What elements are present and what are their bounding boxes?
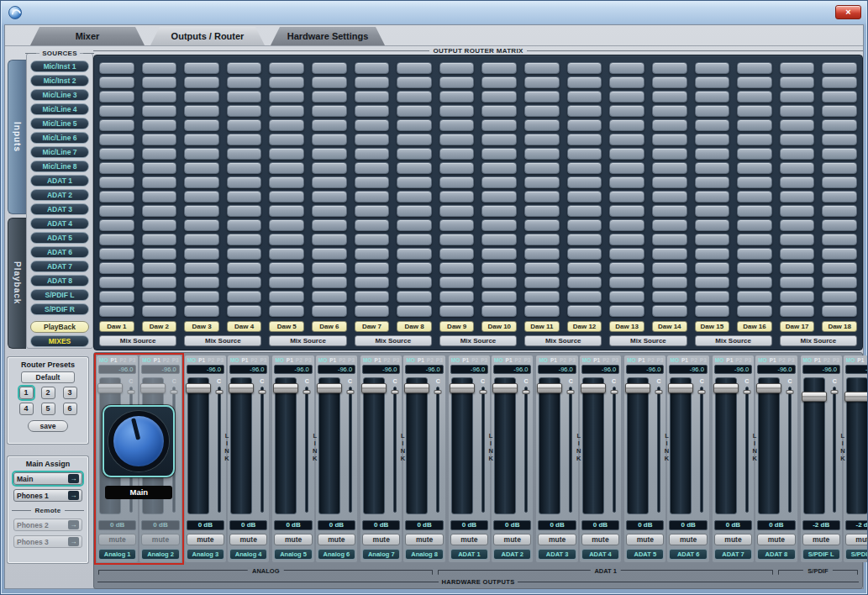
- pan-handle[interactable]: [743, 390, 750, 394]
- preset-slot-4[interactable]: 4: [19, 403, 34, 415]
- source-tab-p3[interactable]: P3: [436, 357, 443, 364]
- matrix-cell-r9-c16[interactable]: [737, 176, 772, 188]
- source-mic-line-4[interactable]: Mic/Line 4: [30, 103, 89, 115]
- source-adat-5[interactable]: ADAT 5: [30, 232, 89, 244]
- matrix-cell-r1-c1[interactable]: [99, 62, 134, 74]
- fader-handle[interactable]: [581, 383, 606, 393]
- matrix-cell-r10-c10[interactable]: [481, 191, 517, 203]
- matrix-cell-r15-c15[interactable]: [695, 262, 730, 274]
- tab-mixer[interactable]: Mixer: [30, 27, 145, 45]
- source-tab-p2[interactable]: P2: [296, 357, 302, 364]
- matrix-cell-r9-c11[interactable]: [524, 176, 560, 188]
- matrix-cell-r14-c15[interactable]: [695, 248, 730, 260]
- source-tab-p1[interactable]: P1: [814, 357, 821, 364]
- preset-slot-1[interactable]: 1: [19, 387, 34, 399]
- preset-slot-5[interactable]: 5: [41, 403, 55, 415]
- button-daw-11[interactable]: Daw 11: [524, 321, 560, 332]
- source-tab-p2[interactable]: P2: [471, 357, 478, 364]
- matrix-cell-r4-c14[interactable]: [652, 105, 687, 117]
- matrix-cell-r2-c3[interactable]: [184, 76, 219, 88]
- main-volume-knob[interactable]: [108, 411, 169, 471]
- matrix-cell-r1-c2[interactable]: [142, 62, 177, 74]
- source-tab-p1[interactable]: P1: [726, 357, 733, 364]
- matrix-cell-r3-c12[interactable]: [567, 91, 602, 103]
- matrix-cell-r10-c1[interactable]: [99, 191, 134, 203]
- fader-handle[interactable]: [625, 383, 650, 393]
- source-tab-p2[interactable]: P2: [691, 357, 697, 364]
- matrix-cell-r5-c2[interactable]: [142, 119, 177, 131]
- matrix-cell-r16-c13[interactable]: [609, 276, 644, 288]
- source-tab-p2[interactable]: P2: [602, 357, 609, 364]
- matrix-cell-r18-c2[interactable]: [142, 305, 177, 317]
- matrix-cell-r10-c11[interactable]: [524, 191, 560, 203]
- matrix-cell-r12-c15[interactable]: [695, 219, 730, 231]
- matrix-cell-r13-c7[interactable]: [355, 234, 390, 245]
- matrix-cell-r3-c15[interactable]: [695, 91, 730, 103]
- matrix-cell-r14-c1[interactable]: [99, 248, 134, 260]
- source-tab-p3[interactable]: P3: [612, 357, 618, 364]
- source-tab-p2[interactable]: P2: [515, 357, 522, 364]
- assign-button-main[interactable]: Main→: [13, 472, 82, 485]
- matrix-cell-r14-c4[interactable]: [227, 248, 262, 260]
- button-daw-12[interactable]: Daw 12: [567, 321, 602, 332]
- matrix-cell-r1-c15[interactable]: [695, 62, 730, 74]
- button-daw-14[interactable]: Daw 14: [652, 321, 687, 332]
- matrix-cell-r7-c2[interactable]: [142, 148, 177, 160]
- matrix-cell-r4-c4[interactable]: [227, 105, 262, 117]
- matrix-cell-r7-c6[interactable]: [312, 148, 347, 160]
- matrix-cell-r8-c1[interactable]: [99, 162, 134, 174]
- fader-track[interactable]: [670, 377, 692, 514]
- matrix-cell-r14-c5[interactable]: [269, 248, 304, 260]
- matrix-cell-r12-c9[interactable]: [439, 219, 475, 231]
- matrix-cell-r11-c12[interactable]: [567, 205, 602, 217]
- matrix-cell-r12-c4[interactable]: [227, 219, 262, 231]
- matrix-cell-r14-c14[interactable]: [652, 248, 687, 260]
- fader-track[interactable]: [318, 377, 340, 514]
- source-tab-mo[interactable]: MO: [230, 357, 239, 364]
- matrix-cell-r17-c8[interactable]: [397, 291, 432, 303]
- matrix-cell-r4-c17[interactable]: [780, 105, 815, 117]
- mute-button[interactable]: mute: [274, 534, 312, 545]
- matrix-cell-r13-c16[interactable]: [737, 234, 772, 245]
- matrix-cell-r11-c11[interactable]: [524, 205, 560, 217]
- matrix-cell-r13-c1[interactable]: [99, 234, 134, 245]
- matrix-cell-r17-c10[interactable]: [481, 291, 517, 303]
- matrix-cell-r4-c10[interactable]: [481, 105, 517, 117]
- fader-track[interactable]: [275, 377, 297, 514]
- source-tab-mo[interactable]: MO: [363, 357, 371, 364]
- matrix-cell-r17-c1[interactable]: [99, 291, 134, 303]
- matrix-cell-r11-c1[interactable]: [99, 205, 134, 217]
- preset-slot-2[interactable]: 2: [41, 387, 55, 399]
- matrix-cell-r7-c14[interactable]: [652, 148, 687, 160]
- matrix-cell-r7-c4[interactable]: [227, 148, 262, 160]
- button-daw-16[interactable]: Daw 16: [737, 321, 772, 332]
- source-tab-p1[interactable]: P1: [681, 357, 688, 364]
- matrix-cell-r6-c13[interactable]: [609, 134, 644, 145]
- matrix-cell-r4-c7[interactable]: [355, 105, 390, 117]
- matrix-cell-r11-c9[interactable]: [439, 205, 475, 217]
- matrix-cell-r17-c2[interactable]: [142, 291, 177, 303]
- mute-button[interactable]: mute: [802, 534, 840, 545]
- source-tab-mo[interactable]: MO: [187, 357, 196, 364]
- matrix-cell-r2-c8[interactable]: [397, 76, 432, 88]
- matrix-cell-r12-c10[interactable]: [481, 219, 517, 231]
- matrix-cell-r11-c16[interactable]: [737, 205, 772, 217]
- source-adat-8[interactable]: ADAT 8: [30, 275, 89, 287]
- source-tab-p3[interactable]: P3: [172, 357, 179, 364]
- matrix-cell-r2-c2[interactable]: [142, 76, 177, 88]
- matrix-cell-r3-c6[interactable]: [312, 91, 347, 103]
- pan-track[interactable]: [260, 387, 264, 513]
- source-tab-p3[interactable]: P3: [569, 357, 576, 364]
- matrix-cell-r8-c14[interactable]: [652, 162, 687, 174]
- fader-handle[interactable]: [97, 383, 123, 393]
- matrix-cell-r11-c4[interactable]: [227, 205, 262, 217]
- source-tab-p1[interactable]: P1: [110, 357, 117, 364]
- matrix-cell-r16-c8[interactable]: [397, 276, 432, 288]
- matrix-cell-r12-c8[interactable]: [397, 219, 432, 231]
- matrix-cell-r2-c16[interactable]: [737, 76, 772, 88]
- matrix-cell-r16-c5[interactable]: [269, 276, 304, 288]
- matrix-cell-r18-c5[interactable]: [269, 305, 304, 317]
- matrix-cell-r9-c15[interactable]: [695, 176, 730, 188]
- source-mic-line-5[interactable]: Mic/Line 5: [30, 118, 89, 129]
- matrix-cell-r14-c18[interactable]: [822, 248, 857, 260]
